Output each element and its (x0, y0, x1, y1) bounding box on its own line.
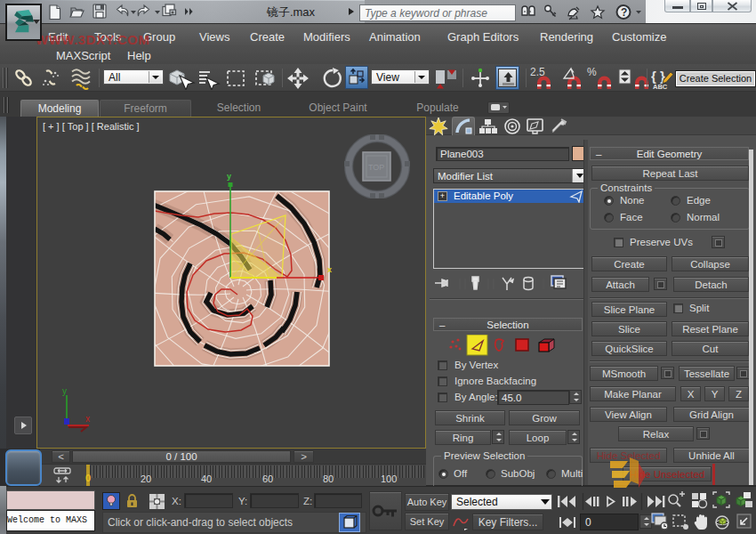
svg-text:TOP: TOP (368, 163, 384, 172)
svg-text:?: ? (621, 6, 627, 19)
svg-text:x: x (327, 265, 332, 274)
svg-text:y: y (227, 172, 231, 181)
svg-text:ABC: ABC (653, 83, 668, 91)
svg-text:%: % (587, 66, 597, 78)
svg-text:x: x (85, 414, 90, 424)
svg-text:y: y (62, 386, 67, 396)
